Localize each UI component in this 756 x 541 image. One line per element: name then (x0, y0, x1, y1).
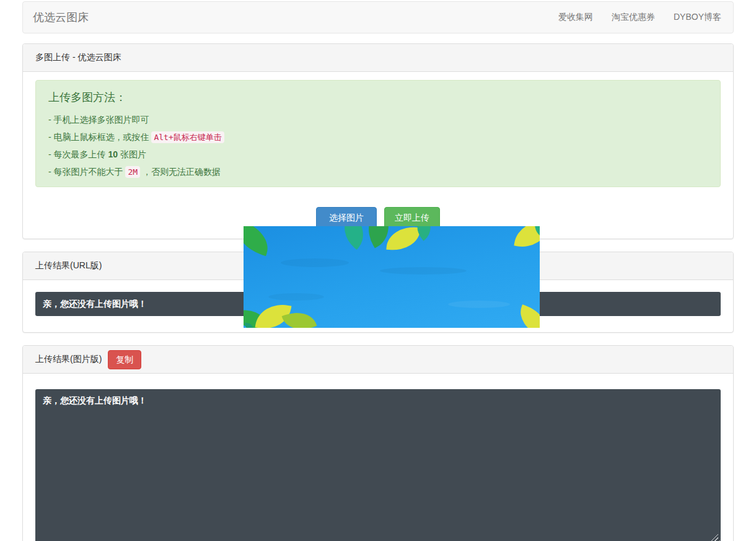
brand-link[interactable]: 优选云图床 (23, 10, 99, 25)
image-result-textarea[interactable]: 亲，您还没有上传图片哦！ (35, 389, 721, 541)
image-result-panel: 上传结果(图片版) 复制 亲，您还没有上传图片哦！ (22, 345, 734, 541)
nav-link-taobao[interactable]: 淘宝优惠券 (602, 12, 664, 23)
choose-images-button[interactable]: 选择图片 (316, 207, 377, 229)
instruction-text: - 电脑上鼠标框选，或按住 (48, 132, 151, 142)
max-count: 10 (108, 149, 118, 159)
leaf-icon (244, 226, 274, 256)
size-limit-code: 2M (125, 166, 140, 178)
instruction-text: - 手机上选择多张图片即可 (48, 115, 149, 125)
instruction-text: - 每张图片不能大于 (48, 167, 125, 177)
upload-now-button[interactable]: 立即上传 (384, 207, 440, 229)
leaf-icon (514, 304, 540, 328)
instruction-text: 张图片 (118, 149, 146, 159)
cloud-shape (448, 301, 510, 308)
leaf-icon (386, 226, 420, 252)
instruction-text: ，否则无法正确数据 (140, 167, 221, 177)
instructions-heading: 上传多图方法： (48, 90, 708, 105)
copy-button[interactable]: 复制 (108, 350, 141, 369)
uploading-preview-image (244, 226, 540, 328)
nav-link-aishouji[interactable]: 爱收集网 (549, 12, 602, 23)
cloud-shape (380, 267, 467, 275)
upload-panel-title: 多图上传 - 优选云图床 (35, 52, 121, 63)
upload-panel-body: 上传多图方法： - 手机上选择多张图片即可 - 电脑上鼠标框选，或按住 Alt+… (23, 72, 733, 239)
upload-instructions-alert: 上传多图方法： - 手机上选择多张图片即可 - 电脑上鼠标框选，或按住 Alt+… (35, 80, 721, 187)
leaf-icon (335, 226, 373, 250)
instruction-line-mobile: - 手机上选择多张图片即可 (48, 112, 708, 128)
url-result-title: 上传结果(URL版) (35, 260, 102, 271)
image-result-heading: 上传结果(图片版) 复制 (23, 346, 733, 374)
instruction-line-size: - 每张图片不能大于 2M ，否则无法正确数据 (48, 164, 708, 180)
upload-panel-heading: 多图上传 - 优选云图床 (23, 44, 733, 72)
instruction-line-pc: - 电脑上鼠标框选，或按住 Alt+鼠标右键单击 (48, 130, 708, 145)
instruction-text: - 每次最多上传 (48, 149, 108, 159)
instruction-line-max: - 每次最多上传 10 张图片 (48, 147, 708, 162)
keyboard-shortcut-code: Alt+鼠标右键单击 (151, 131, 224, 143)
upload-panel: 多图上传 - 优选云图床 上传多图方法： - 手机上选择多张图片即可 - 电脑上… (22, 43, 734, 239)
nav-link-dyboy-blog[interactable]: DYBOY博客 (664, 12, 731, 23)
cloud-shape (281, 258, 349, 267)
navbar-links: 爱收集网 淘宝优惠券 DYBOY博客 (549, 12, 733, 23)
cloud-shape (268, 293, 324, 301)
image-result-title: 上传结果(图片版) (35, 354, 102, 365)
image-result-body: 亲，您还没有上传图片哦！ (23, 374, 733, 541)
navbar: 优选云图床 爱收集网 淘宝优惠券 DYBOY博客 (22, 1, 734, 33)
upload-buttons-row: 选择图片 立即上传 (35, 197, 721, 229)
